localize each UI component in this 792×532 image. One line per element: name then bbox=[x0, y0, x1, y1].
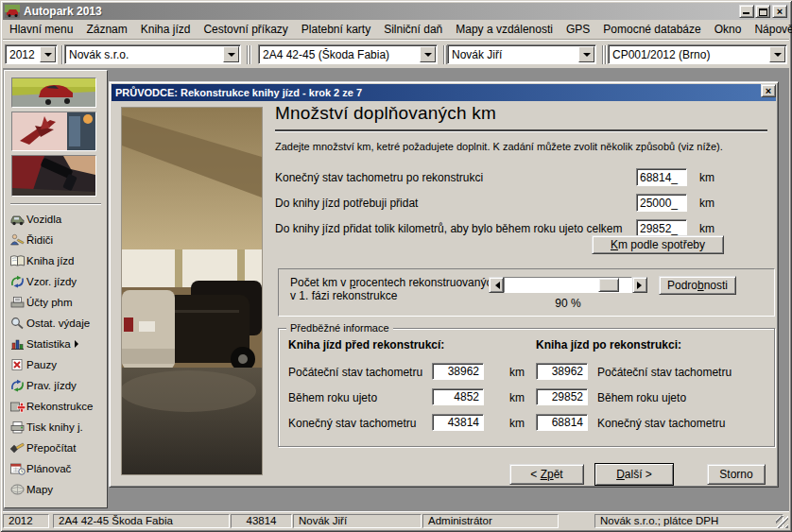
trip-order-combobox-value: CP001/2012 (Brno) bbox=[612, 48, 768, 61]
km-by-consumption-button[interactable]: Km podle spotřeby bbox=[592, 235, 724, 254]
trip-order-combobox-dropdown-button[interactable] bbox=[769, 46, 785, 62]
row-driven-after-value: 29852 bbox=[536, 388, 588, 405]
driver-combobox-dropdown-button[interactable] bbox=[578, 46, 594, 62]
sidebar-item-vozidla[interactable]: Vozidla bbox=[9, 209, 106, 230]
sidebar-item-prepocitat[interactable]: Přepočítat bbox=[9, 438, 106, 458]
next-button[interactable]: Další > bbox=[594, 463, 674, 486]
maximize-button[interactable] bbox=[755, 5, 770, 18]
sidebar-item-rekonstrukce[interactable]: Rekonstrukce bbox=[9, 396, 106, 417]
year-combobox[interactable]: 2012 bbox=[5, 44, 58, 64]
preliminary-legend: Předběžné informace bbox=[286, 322, 393, 334]
row-final-unit: km bbox=[509, 417, 525, 430]
status-user: Administrátor bbox=[422, 514, 559, 528]
vehicle-combobox-dropdown-button[interactable] bbox=[420, 46, 436, 62]
slider-right-button[interactable] bbox=[632, 277, 647, 293]
window-title: Autopark 2013 bbox=[24, 5, 739, 18]
close-icon: × bbox=[762, 85, 775, 96]
percent-label: Počet km v procentech rekonstruovaných v… bbox=[290, 276, 498, 302]
status-driver: Novák Jiří bbox=[293, 514, 422, 528]
chevron-down-icon bbox=[228, 53, 235, 60]
row-start-unit: km bbox=[509, 366, 525, 379]
menu-item-gps[interactable]: GPS bbox=[560, 20, 596, 39]
row-final-label-before: Konečný stav tachometru bbox=[288, 417, 416, 430]
company-combobox-dropdown-button[interactable] bbox=[223, 46, 239, 62]
status-company: Novák s.r.o.; plátce DPH bbox=[594, 514, 783, 528]
heading-rule bbox=[275, 129, 767, 131]
driver-icon bbox=[9, 233, 26, 247]
status-odometer: 43814 bbox=[231, 514, 292, 528]
menu-item-mapy-a-vzdalenosti[interactable]: Mapy a vzdálenosti bbox=[449, 20, 560, 39]
cancel-button[interactable]: Storno bbox=[707, 464, 766, 485]
fuel-photo-thumbnail bbox=[11, 155, 96, 197]
sidebar-item-tisk-knihy[interactable]: Tisk knihy j. bbox=[9, 417, 106, 438]
details-button[interactable]: Podrobnosti bbox=[659, 276, 736, 295]
percent-slider[interactable] bbox=[489, 277, 647, 293]
wizard-title: PRŮVODCE: Rekonstrukce knihy jízd - krok… bbox=[115, 87, 362, 98]
year-combobox-dropdown-button[interactable] bbox=[40, 46, 56, 62]
km-to-add-input[interactable] bbox=[636, 194, 687, 212]
final-odometer-input[interactable] bbox=[636, 168, 687, 186]
menu-item-kniha-jizd[interactable]: Kniha jízd bbox=[134, 20, 198, 39]
close-icon: × bbox=[773, 6, 786, 17]
after-header: Kniha jízd po rekonstrukci: bbox=[536, 338, 681, 352]
reconstruction-cross-icon bbox=[9, 400, 26, 413]
wizard-title-bar: PRŮVODCE: Rekonstrukce knihy jízd - krok… bbox=[112, 84, 776, 101]
resize-grip[interactable] bbox=[776, 516, 788, 528]
slider-track[interactable] bbox=[504, 277, 632, 293]
toolbar-separator bbox=[602, 45, 607, 64]
wizard-close-button[interactable]: × bbox=[761, 84, 776, 97]
sidebar-item-prav-jizdy[interactable]: Prav. jízdy bbox=[9, 375, 106, 396]
chevron-down-icon bbox=[44, 53, 52, 60]
sidebar-item-mapy[interactable]: Mapy bbox=[9, 479, 106, 500]
chevron-down-icon bbox=[583, 53, 591, 60]
status-bar: 2012 2A4 42-45 Škoda Fabia 43814 Novák J… bbox=[3, 511, 789, 529]
sidebar-item-planovac[interactable]: Plánovač bbox=[9, 458, 106, 479]
yearly-total-label: Do knihy jízd přidat tolik kilometrů, ab… bbox=[275, 222, 623, 235]
driver-combobox-value: Novák Jiří bbox=[452, 48, 577, 61]
vehicle-combobox-value: 2A4 42-45 (Škoda Fabia) bbox=[263, 48, 419, 61]
driver-combobox[interactable]: Novák Jiří bbox=[447, 44, 596, 64]
minimize-button[interactable] bbox=[739, 5, 754, 18]
vehicle-combobox[interactable]: 2A4 42-45 (Škoda Fabia) bbox=[258, 44, 438, 64]
menu-item-napoveda[interactable]: Nápověda bbox=[748, 20, 792, 39]
sidebar-item-ostat-vydaje[interactable]: Ostat. výdaje bbox=[9, 313, 106, 334]
row-final-before-value: 43814 bbox=[432, 414, 484, 431]
row-final-label-after: Konečný stav tachometru bbox=[597, 417, 725, 430]
regular-trips-icon bbox=[9, 379, 26, 392]
menu-item-hlavni-menu[interactable]: Hlavní menu bbox=[3, 20, 79, 39]
row-start-before-value: 38962 bbox=[432, 363, 484, 380]
menu-item-platebni-karty[interactable]: Platební karty bbox=[295, 20, 377, 39]
sidebar-item-pauzy[interactable]: Pauzy bbox=[9, 354, 106, 375]
title-bar: Autopark 2013 × bbox=[3, 3, 789, 20]
menu-item-cestovni-prikazy[interactable]: Cestovní příkazy bbox=[197, 20, 294, 39]
client-area: Vozidla Řidiči Kniha jízd Vzor. jízdy Úč… bbox=[3, 68, 789, 511]
sidebar-item-kniha-jizd[interactable]: Kniha jízd bbox=[9, 250, 106, 271]
sidebar-divider bbox=[10, 203, 101, 205]
sidebar-item-ridici[interactable]: Řidiči bbox=[9, 230, 106, 250]
arrow-right-icon bbox=[637, 282, 646, 289]
back-button[interactable]: < Zpět bbox=[509, 464, 584, 485]
final-odometer-label: Konečný stav tachometru po rekonstrukci bbox=[275, 171, 483, 184]
car-photo-thumbnail bbox=[11, 77, 96, 108]
wizard-photo bbox=[121, 107, 263, 475]
slider-thumb[interactable] bbox=[598, 278, 619, 292]
app-icon bbox=[5, 5, 20, 18]
toolbar: 2012 Novák s.r.o. 2A4 42-45 (Škoda Fabia… bbox=[3, 40, 789, 68]
sidebar-item-statistika[interactable]: Statistika bbox=[9, 334, 106, 354]
sidebar-item-vzor-jizdy[interactable]: Vzor. jízdy bbox=[9, 271, 106, 292]
preliminary-groupbox: Předběžné informace Kniha jízd před reko… bbox=[278, 328, 775, 447]
sidebar-nav: Vozidla Řidiči Kniha jízd Vzor. jízdy Úč… bbox=[9, 209, 106, 500]
slider-left-button[interactable] bbox=[489, 277, 504, 293]
company-combobox[interactable]: Novák s.r.o. bbox=[64, 44, 241, 64]
menu-item-silnicni-dan[interactable]: Silniční daň bbox=[377, 20, 449, 39]
menu-item-pomocne-databaze[interactable]: Pomocné databáze bbox=[596, 20, 707, 39]
menu-item-okno[interactable]: Okno bbox=[708, 20, 749, 39]
sidebar-item-ucty-phm[interactable]: Účty phm bbox=[9, 292, 106, 313]
trip-order-combobox[interactable]: CP001/2012 (Brno) bbox=[608, 44, 787, 64]
planner-calendar-icon bbox=[9, 462, 26, 475]
wizard-subtitle: Zadejte množství km, ketré požadujete do… bbox=[275, 141, 723, 152]
row-final-after-value: 68814 bbox=[536, 414, 588, 431]
row-driven-label-before: Během roku ujeto bbox=[288, 391, 377, 404]
close-button[interactable]: × bbox=[772, 5, 787, 18]
menu-item-zaznam[interactable]: Záznam bbox=[79, 20, 133, 39]
